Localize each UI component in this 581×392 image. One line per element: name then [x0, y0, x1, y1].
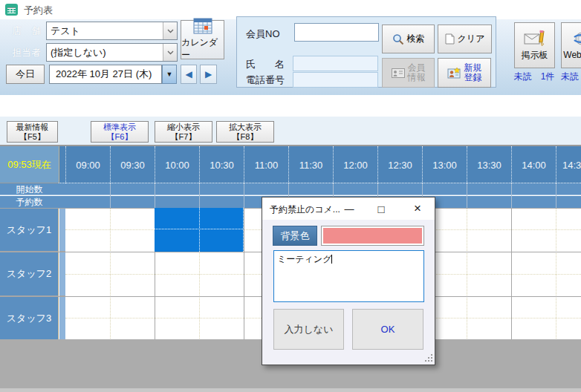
- time-header: 14:30: [556, 146, 581, 183]
- header-gap-strip: [59, 146, 65, 183]
- new-member-icon: [447, 68, 461, 79]
- register-button[interactable]: 新規登録: [438, 58, 491, 88]
- member-search-panel: 会員NO 検索 クリア 氏 名 電話番号: [236, 16, 496, 88]
- ok-button[interactable]: OK: [352, 309, 423, 350]
- staff-value: (指定しない): [47, 44, 163, 61]
- calendar-button[interactable]: カレンダー: [181, 20, 224, 59]
- staff-row-label: スタッフ1: [0, 209, 59, 252]
- start-count-label: 開始数: [0, 183, 59, 195]
- current-time-cell: 09:53現在: [0, 146, 59, 183]
- close-icon[interactable]: ×: [405, 197, 430, 220]
- register-label: 新規登録: [464, 63, 482, 82]
- staff-row-label: スタッフ2: [0, 252, 59, 296]
- mail-pencil-icon: [524, 30, 546, 48]
- web-reserve-label: Web予約: [563, 49, 581, 62]
- phone-field[interactable]: [293, 72, 378, 88]
- shrink-view-button[interactable]: 縮小表示【F7】: [155, 121, 212, 143]
- color-swatch[interactable]: [321, 226, 424, 246]
- time-header: 12:00: [333, 146, 377, 183]
- staff-select[interactable]: (指定しない): [46, 43, 178, 62]
- app-calendar-icon: [5, 4, 18, 16]
- time-header: 12:30: [377, 146, 422, 183]
- minimize-icon[interactable]: —: [340, 197, 359, 220]
- blocked-time-selection[interactable]: [155, 208, 244, 252]
- dialog-title: 予約禁止のコメ...: [270, 203, 340, 216]
- document-icon: [445, 33, 455, 45]
- store-select[interactable]: テスト: [46, 22, 178, 40]
- globe-icon: [572, 30, 581, 48]
- reservation-app-window: 予約表 店 舗 テスト 担当者 (指定しない) 今日 2022年 10月 27日…: [0, 0, 581, 392]
- time-header: 09:30: [110, 146, 155, 183]
- reserve-count-label: 予約数: [0, 196, 59, 208]
- staff-label: 担当者: [12, 46, 41, 59]
- comment-textarea[interactable]: ミーティング: [273, 250, 424, 302]
- staff-row-strip: [59, 209, 65, 252]
- time-header: 09:00: [65, 146, 110, 183]
- time-header: 10:00: [155, 146, 199, 183]
- window-title: 予約表: [24, 4, 53, 17]
- member-no-label: 会員NO: [246, 27, 280, 41]
- member-card-icon: [392, 68, 405, 78]
- next-day-button[interactable]: ▶: [200, 65, 217, 84]
- clear-button-label: クリア: [458, 33, 485, 45]
- search-icon: [392, 33, 404, 45]
- today-button[interactable]: 今日: [6, 65, 45, 84]
- member-info-label: 会員情報: [408, 63, 426, 82]
- store-label: 店 舗: [12, 24, 41, 38]
- web-unread: 未読: [561, 71, 579, 83]
- bulletin-board-label: 掲示板: [522, 49, 548, 62]
- standard-view-button[interactable]: 標準表示【F6】: [91, 121, 149, 143]
- refresh-button[interactable]: 最新情報【F5】: [7, 121, 58, 143]
- time-header: 10:30: [199, 146, 244, 183]
- staff-row-label: スタッフ3: [0, 297, 59, 340]
- comment-text: ミーティング: [277, 254, 331, 264]
- prev-day-button[interactable]: ◀: [181, 65, 197, 84]
- clear-button[interactable]: クリア: [438, 24, 492, 53]
- staff-row-strip: [59, 252, 65, 296]
- color-swatch-fill: [323, 228, 422, 244]
- member-no-input[interactable]: [294, 23, 379, 42]
- bulletin-board-button[interactable]: 掲示板: [514, 22, 555, 68]
- member-info-button: 会員情報: [382, 58, 435, 88]
- web-reserve-button[interactable]: Web予約: [561, 22, 581, 68]
- background-color-button[interactable]: 背景色: [273, 226, 317, 246]
- store-value: テスト: [47, 22, 163, 39]
- chevron-down-icon[interactable]: [163, 22, 177, 39]
- time-header: 14:00: [511, 146, 556, 183]
- no-input-button[interactable]: 入力しない: [273, 309, 344, 350]
- maximize-icon[interactable]: □: [371, 197, 392, 220]
- calendar-icon: [193, 18, 212, 34]
- bulletin-unread-count: 未読 1件: [511, 71, 557, 83]
- date-field[interactable]: 2022年 10月 27日 (木): [49, 65, 162, 84]
- time-header: 11:00: [244, 146, 288, 183]
- time-header: 13:00: [422, 146, 467, 183]
- phone-label: 電話番号: [246, 74, 285, 87]
- time-header: 11:30: [288, 146, 333, 183]
- dialog-title-bar[interactable]: 予約禁止のコメ... — □ ×: [262, 197, 435, 220]
- chevron-down-icon[interactable]: [163, 44, 177, 61]
- time-header: 13:30: [467, 146, 511, 183]
- search-button-label: 検索: [407, 33, 425, 45]
- view-button-strip: 最新情報【F5】 標準表示【F6】 縮小表示【F7】 拡大表示【F8】: [0, 117, 581, 146]
- date-dropdown-button[interactable]: ▼: [162, 65, 177, 84]
- enlarge-view-button[interactable]: 拡大表示【F8】: [216, 121, 274, 143]
- text-caret: [331, 255, 332, 264]
- blocked-comment-dialog: 予約禁止のコメ... — □ × 背景色 ミーティング 入力しない OK: [262, 197, 435, 365]
- calendar-button-label: カレンダー: [181, 36, 224, 62]
- footer-strip: [0, 388, 581, 392]
- staff-row-strip: [59, 297, 65, 340]
- resize-grip[interactable]: [425, 354, 434, 363]
- search-button[interactable]: 検索: [382, 24, 435, 53]
- tab-bar: 予約表 予約一覧: [0, 95, 581, 117]
- name-field[interactable]: [293, 56, 378, 71]
- name-label: 氏 名: [246, 58, 285, 71]
